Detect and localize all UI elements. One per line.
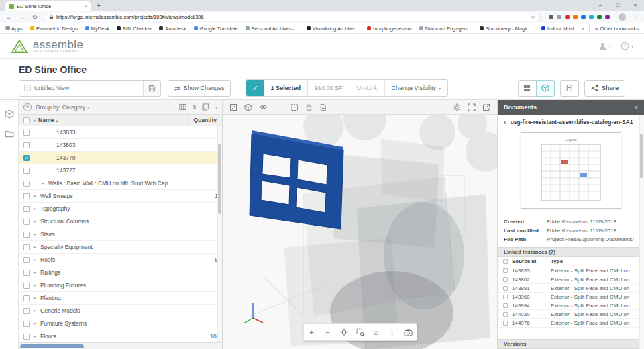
row-checkbox[interactable] bbox=[503, 295, 508, 299]
section-box-icon[interactable] bbox=[229, 103, 237, 111]
lock-icon[interactable] bbox=[305, 103, 313, 111]
zoom-out-button[interactable]: − bbox=[320, 324, 336, 340]
bookmark-item[interactable]: Indoor Mushroom ... bbox=[541, 26, 574, 32]
columns-icon[interactable] bbox=[179, 103, 186, 111]
row-checkbox[interactable] bbox=[23, 283, 30, 289]
browser-tab[interactable]: ED Stine Office × bbox=[5, 1, 91, 11]
table-row[interactable]: ▸Floors10, bbox=[19, 330, 222, 342]
row-checkbox[interactable] bbox=[23, 206, 30, 212]
home-view-button[interactable]: ⌂ bbox=[368, 324, 384, 340]
profile-avatar[interactable] bbox=[619, 13, 626, 21]
forward-button[interactable]: → bbox=[18, 13, 26, 21]
tab-close-icon[interactable]: × bbox=[84, 3, 87, 9]
row-checkbox[interactable] bbox=[503, 268, 508, 273]
extension-icon[interactable] bbox=[589, 15, 594, 19]
table-row[interactable]: 143803 bbox=[19, 139, 222, 152]
more-options-icon[interactable]: ⋮ bbox=[384, 324, 400, 340]
bookmark-item[interactable]: Parametric Design bbox=[30, 26, 78, 32]
reload-button[interactable]: ↻ bbox=[31, 13, 39, 21]
row-checkbox[interactable] bbox=[23, 334, 30, 340]
row-checkbox[interactable] bbox=[23, 308, 30, 314]
back-chevron-icon[interactable]: ‹ bbox=[504, 118, 506, 126]
table-row[interactable]: ▸Plumbing Fixtures bbox=[19, 279, 222, 292]
row-checkbox[interactable]: ✓ bbox=[23, 155, 30, 161]
assemble-logo[interactable]: assemble AN AUTODESK COMPANY bbox=[11, 39, 83, 54]
other-bookmarks-button[interactable]: ▸ Other bookmarks bbox=[595, 26, 639, 32]
expand-caret-icon[interactable]: ▸ bbox=[42, 181, 48, 186]
bookmarks-overflow-chevron[interactable]: » bbox=[581, 26, 584, 32]
saved-views-icon[interactable] bbox=[202, 103, 209, 111]
fullscreen-icon[interactable] bbox=[468, 103, 476, 111]
caret-down-icon[interactable]: ▾ bbox=[215, 105, 217, 109]
change-visibility-button[interactable]: Change Visibility ▾ bbox=[384, 80, 447, 96]
versions-header[interactable]: Versions bbox=[498, 339, 644, 349]
table-row[interactable]: ▸Topography bbox=[19, 203, 222, 215]
help-menu-button[interactable]: ? ▾ bbox=[621, 42, 633, 50]
bookmark-item[interactable]: Visualizing Architec... bbox=[307, 26, 360, 32]
selection-menu-caret-icon[interactable]: ▾ bbox=[34, 118, 36, 123]
document-view-button[interactable] bbox=[560, 80, 579, 97]
model-canvas[interactable]: + − ⌂ ⋮ bbox=[223, 115, 497, 349]
zoom-window-button[interactable] bbox=[352, 324, 368, 340]
row-checkbox[interactable] bbox=[23, 321, 30, 327]
extension-icon[interactable] bbox=[565, 15, 570, 19]
linked-instances-header[interactable]: Linked Instances (7) bbox=[498, 247, 644, 257]
quantity-column-header[interactable]: Quantity bbox=[187, 115, 222, 126]
linked-instance-row[interactable]: 143960Exterior - Split Face and CMU on bbox=[498, 293, 644, 301]
group-by-dropdown[interactable]: Group by: Category ▾ bbox=[36, 104, 89, 111]
extension-icon[interactable] bbox=[557, 15, 561, 19]
window-close-button[interactable]: × bbox=[627, 0, 644, 11]
screenshot-camera-button[interactable] bbox=[400, 324, 417, 340]
folders-icon[interactable] bbox=[5, 130, 14, 138]
table-row[interactable]: ▸Stairs bbox=[19, 228, 222, 241]
documents-scrollbar[interactable] bbox=[639, 115, 644, 349]
expand-caret-icon[interactable]: ▸ bbox=[34, 308, 40, 313]
document-thumbnail[interactable]: Legend bbox=[521, 132, 621, 209]
scrollbar-thumb[interactable] bbox=[640, 134, 643, 178]
bookmark-star-icon[interactable]: ☆ bbox=[531, 14, 535, 20]
bookmark-item[interactable]: BIM Checker bbox=[117, 26, 152, 32]
extension-icon[interactable] bbox=[605, 15, 610, 19]
linked-instance-row[interactable]: 143994Exterior - Split Face and CMU on bbox=[498, 301, 644, 310]
share-button[interactable]: Share bbox=[584, 80, 625, 97]
table-row[interactable]: ▸Specialty Equipment bbox=[19, 241, 222, 254]
select-all-checkbox[interactable] bbox=[503, 259, 508, 264]
zoom-in-button[interactable]: + bbox=[304, 324, 320, 340]
browser-menu-icon[interactable]: ⋮ bbox=[633, 13, 639, 20]
window-maximize-button[interactable]: □ bbox=[609, 0, 627, 11]
close-panel-icon[interactable]: × bbox=[635, 104, 638, 111]
row-checkbox[interactable] bbox=[503, 312, 508, 317]
table-row[interactable]: ▸Roofs5 bbox=[19, 254, 222, 266]
extension-icon[interactable] bbox=[573, 15, 578, 19]
row-checkbox[interactable] bbox=[23, 168, 30, 174]
user-menu-button[interactable]: ▾ bbox=[598, 42, 611, 50]
expand-caret-icon[interactable]: ▸ bbox=[34, 244, 40, 250]
selection-window-icon[interactable] bbox=[290, 103, 299, 111]
row-checkbox[interactable] bbox=[23, 181, 30, 187]
settings-gear-icon[interactable] bbox=[453, 103, 461, 111]
bookmark-item[interactable]: Personal Archives -... bbox=[246, 26, 299, 32]
row-checkbox[interactable] bbox=[503, 303, 508, 308]
row-checkbox[interactable] bbox=[23, 295, 30, 301]
window-minimize-button[interactable]: – bbox=[592, 0, 609, 11]
row-checkbox[interactable] bbox=[503, 321, 508, 326]
scrollbar-thumb[interactable] bbox=[218, 144, 221, 214]
row-checkbox[interactable] bbox=[23, 232, 30, 238]
expand-caret-icon[interactable]: ▸ bbox=[34, 219, 40, 224]
table-row[interactable]: ▸Structural Columns bbox=[19, 215, 222, 228]
back-button[interactable]: ← bbox=[5, 13, 13, 21]
bookmark-item[interactable]: Diamond Engagem... bbox=[419, 26, 472, 32]
row-checkbox[interactable] bbox=[23, 219, 30, 225]
hide-icon[interactable] bbox=[259, 103, 268, 111]
model-browser-icon[interactable] bbox=[5, 109, 14, 119]
select-all-checkbox[interactable] bbox=[23, 117, 30, 123]
table-row[interactable]: ✓143770 bbox=[19, 152, 222, 164]
extension-icon[interactable] bbox=[581, 15, 586, 19]
expand-caret-icon[interactable]: ▸ bbox=[34, 295, 40, 301]
tree-vertical-scrollbar[interactable] bbox=[217, 126, 222, 342]
linked-instance-row[interactable]: 143891Exterior - Split Face and CMU on bbox=[498, 284, 644, 293]
extension-icon[interactable] bbox=[549, 15, 553, 19]
bookmark-item[interactable]: ▦Apps bbox=[5, 26, 23, 32]
bookmark-item[interactable]: MyDesk bbox=[85, 26, 109, 32]
save-view-button[interactable] bbox=[143, 81, 160, 96]
